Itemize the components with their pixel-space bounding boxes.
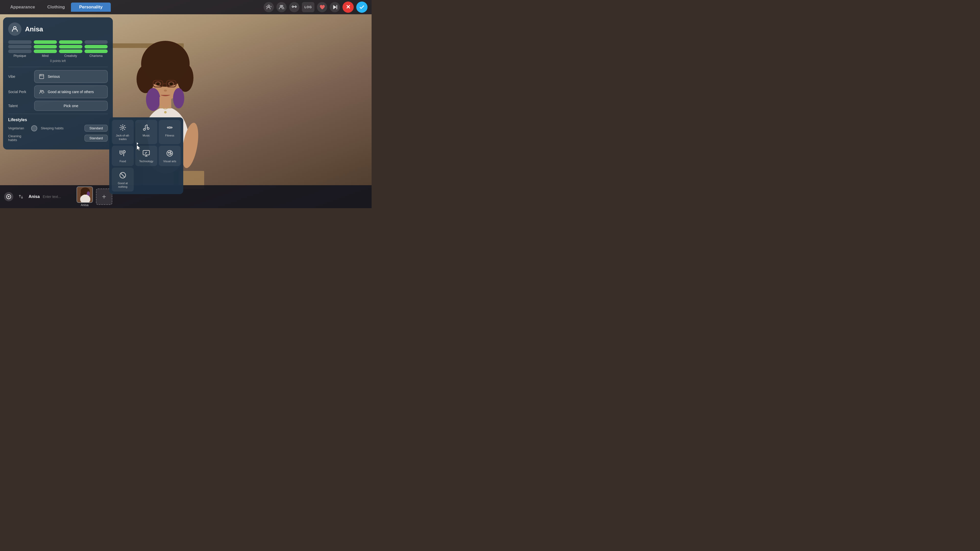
vegetarian-toggle[interactable] — [31, 125, 37, 131]
play-next-icon[interactable] — [330, 2, 340, 12]
charisma-label: Charisma — [84, 54, 108, 58]
svg-point-60 — [168, 152, 169, 153]
svg-rect-29 — [336, 5, 337, 10]
vibe-row: Vibe Serious — [8, 70, 108, 83]
sleeping-habits-label: Sleeping habits — [41, 126, 64, 130]
physique-label: Physique — [8, 54, 32, 58]
talent-item-good-at-nothing[interactable]: Good at nothing — [112, 168, 134, 192]
character-header: Anisa — [8, 22, 108, 36]
stat-physique: Physique — [8, 40, 32, 58]
stat-charisma: Charisma — [84, 40, 108, 58]
charisma-bar-1[interactable] — [84, 40, 108, 44]
mind-bar-3[interactable] — [34, 49, 57, 53]
vibe-button[interactable]: Serious — [34, 70, 108, 83]
tab-clothing[interactable]: Clothing — [41, 3, 71, 12]
sleeping-habits-button[interactable]: Standard — [84, 125, 108, 132]
points-left: 0 points left — [8, 59, 108, 63]
social-perk-label: Social Perk — [8, 90, 31, 94]
talent-item-fitness[interactable]: Fitness — [159, 120, 181, 144]
tab-personality[interactable]: Personality — [71, 3, 111, 12]
people-icon[interactable] — [264, 2, 274, 12]
charisma-bar-2[interactable] — [84, 45, 108, 48]
tab-appearance[interactable]: Appearance — [4, 3, 41, 12]
swap-icon[interactable] — [16, 192, 25, 201]
food-label: Food — [119, 159, 126, 163]
physique-bar-3 — [8, 49, 32, 53]
talent-item-food[interactable]: Food — [112, 146, 134, 166]
fitness-label: Fitness — [165, 134, 174, 137]
group-icon[interactable] — [277, 2, 286, 12]
add-character-button[interactable] — [4, 192, 13, 201]
handshake-icon[interactable] — [289, 2, 299, 12]
social-perk-icon — [38, 88, 45, 95]
vegetarian-label: Vegetarian — [8, 126, 29, 130]
nav-icons-group: LOG ✕ — [264, 2, 368, 13]
svg-point-11 — [142, 43, 188, 84]
good-at-nothing-icon — [118, 171, 127, 180]
creativity-bar-3[interactable] — [59, 49, 83, 53]
svg-point-61 — [170, 151, 171, 152]
physique-bar-1 — [8, 40, 32, 44]
heart-icon[interactable] — [317, 2, 327, 12]
creativity-bar-2[interactable] — [59, 45, 83, 48]
svg-point-22 — [164, 111, 167, 114]
talent-item-music[interactable]: Music — [135, 120, 157, 144]
bottom-bar: Anisa Anisa + — [0, 185, 372, 208]
svg-point-59 — [167, 150, 173, 156]
mind-bar-2[interactable] — [34, 45, 57, 48]
active-character-thumbnail[interactable] — [76, 186, 93, 203]
svg-point-19 — [164, 89, 167, 92]
social-perk-value: Good at taking care of others — [48, 90, 94, 94]
jack-of-all-trades-icon — [118, 123, 127, 132]
log-icon[interactable]: LOG — [302, 2, 314, 12]
lifestyles-title: Lifestyles — [8, 118, 108, 122]
bottom-char-name: Anisa — [29, 194, 40, 199]
active-character-label: Anisa — [81, 203, 89, 207]
cleaning-habits-button[interactable]: Standard — [84, 135, 108, 141]
svg-point-17 — [156, 83, 160, 86]
social-perk-button[interactable]: Good at taking care of others — [34, 86, 108, 98]
svg-point-25 — [268, 5, 269, 7]
vegetarian-row: Vegetarian Sleeping habits Standard — [8, 125, 108, 132]
active-character-group: Anisa — [76, 186, 93, 207]
jack-of-all-trades-label: Jack-of-all-trades — [114, 134, 132, 141]
mind-bar-1[interactable] — [34, 40, 57, 44]
svg-line-44 — [121, 129, 121, 130]
stats-grid: Physique Mind Creativity Charisma — [8, 40, 108, 58]
svg-point-10 — [173, 88, 184, 108]
cleaning-row: Cleaning habits Standard — [8, 134, 108, 142]
music-icon — [142, 123, 151, 132]
talent-item-jack-of-all-trades[interactable]: Jack-of-all-trades — [112, 120, 134, 144]
svg-point-27 — [282, 5, 283, 7]
stat-mind: Mind — [34, 40, 57, 58]
technology-icon — [142, 149, 151, 158]
music-label: Music — [143, 134, 150, 137]
svg-point-36 — [122, 127, 124, 129]
talent-dropdown: Jack-of-all-trades Music Fitness — [109, 118, 183, 194]
confirm-button[interactable] — [356, 2, 368, 13]
charisma-bar-3[interactable] — [84, 49, 108, 53]
vibe-value: Serious — [48, 75, 60, 79]
svg-point-48 — [147, 127, 149, 130]
bottom-text-input[interactable] — [43, 195, 73, 199]
visual-arts-label: Visual arts — [163, 159, 176, 163]
cancel-button[interactable]: ✕ — [342, 2, 354, 13]
talent-button[interactable]: Pick one — [34, 101, 108, 111]
cleaning-label: Cleaning habits — [8, 134, 29, 142]
top-navigation: Appearance Clothing Personality LOG — [0, 0, 372, 14]
svg-marker-28 — [333, 5, 337, 10]
talent-item-technology[interactable]: Technology — [135, 146, 157, 166]
svg-point-35 — [42, 91, 43, 92]
svg-line-41 — [121, 125, 121, 126]
mind-label: Mind — [34, 54, 57, 58]
good-at-nothing-label: Good at nothing — [114, 181, 132, 189]
vibe-icon — [38, 73, 45, 80]
creativity-bar-1[interactable] — [59, 40, 83, 44]
svg-line-64 — [121, 173, 125, 178]
svg-point-34 — [40, 90, 42, 92]
svg-line-42 — [124, 129, 125, 130]
talent-item-visual-arts[interactable]: Visual arts — [159, 146, 181, 166]
visual-arts-icon — [165, 149, 174, 158]
svg-point-18 — [169, 83, 173, 86]
divider-2 — [8, 114, 108, 114]
